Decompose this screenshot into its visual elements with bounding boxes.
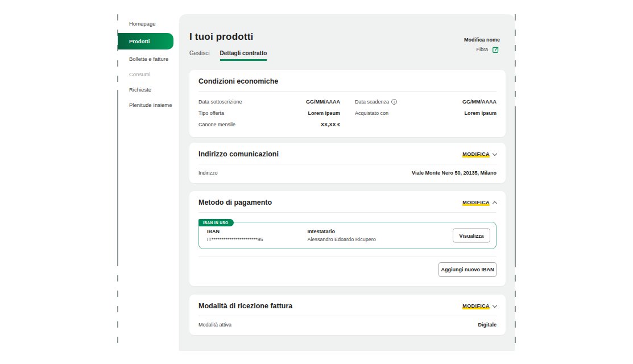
iban-card: IBAN IN USO IBAN IT*********************… <box>198 222 497 249</box>
field-label: Acquistato con <box>355 110 464 116</box>
field-value: GG/MM/AAAA <box>306 99 340 105</box>
card-title: Condizioni economiche <box>198 77 278 85</box>
info-icon[interactable]: i <box>391 99 397 105</box>
chevron-down-icon <box>493 303 497 308</box>
field-value: Viale Monte Nero 50, 20135, Milano <box>412 170 497 176</box>
field-label: Data scadenza <box>355 99 389 105</box>
product-name: Fibra <box>476 47 488 52</box>
modifica-billing-link[interactable]: MODIFICA <box>462 303 497 309</box>
table-row: Modalità attiva Digitale <box>189 316 506 335</box>
visualizza-button[interactable]: Visualizza <box>453 229 490 243</box>
modifica-address-link[interactable]: MODIFICA <box>462 151 497 158</box>
sidebar-item-prodotti[interactable]: Prodotti <box>118 33 173 49</box>
modifica-label: MODIFICA <box>462 151 490 158</box>
main-panel: I tuoi prodotti Modifica nome Fibra Gest… <box>179 14 515 351</box>
card-condizioni-economiche: Condizioni economiche Data sottoscrizion… <box>189 70 506 137</box>
field-label: Tipo offerta <box>198 110 308 116</box>
sidebar-item-consumi[interactable]: Consumi <box>118 67 179 82</box>
table-row: Indirizzo Viale Monte Nero 50, 20135, Mi… <box>189 164 506 183</box>
card-title: Modalità di ricezione fattura <box>198 302 292 310</box>
modifica-label: MODIFICA <box>462 200 490 206</box>
add-iban-button[interactable]: Aggiungi nuovo IBAN <box>438 262 497 277</box>
tab-bar: Gestisci Dettagli contratto <box>189 50 506 61</box>
field-value: GG/MM/AAAA <box>462 99 497 105</box>
chevron-down-icon <box>493 151 497 156</box>
field-value: XX,XX € <box>321 122 340 127</box>
table-row: Tipo offerta Lorem Ipsum Acquistato con … <box>198 107 497 119</box>
left-scroll-thumb[interactable] <box>117 90 118 264</box>
tab-dettagli-contratto[interactable]: Dettagli contratto <box>220 50 267 61</box>
sidebar-item-richieste[interactable]: Richieste <box>118 82 179 97</box>
page: Homepage Prodotti Bollette e fatture Con… <box>0 0 633 364</box>
field-value: Lorem Ipsum <box>308 110 340 116</box>
rename-product-block: Modifica nome Fibra <box>464 37 500 53</box>
sidebar: Homepage Prodotti Bollette e fatture Con… <box>118 16 179 113</box>
right-scroll-thumb[interactable] <box>515 108 516 267</box>
table-row: Data sottoscrizione GG/MM/AAAA Data scad… <box>198 96 497 107</box>
page-title: I tuoi prodotti <box>189 31 506 43</box>
divider <box>198 257 497 257</box>
field-label: Indirizzo <box>198 170 218 176</box>
iban-label: IBAN <box>207 229 263 234</box>
holder-label: Intestatario <box>308 229 376 234</box>
card-title: Metodo di pagamento <box>198 198 272 206</box>
edit-icon[interactable] <box>491 45 500 53</box>
card-metodo-di-pagamento: Metodo di pagamento MODIFICA IBAN IN USO… <box>189 191 506 286</box>
iban-value: IT***********************95 <box>207 237 263 242</box>
field-label: Data sottoscrizione <box>198 99 306 105</box>
field-label: Modalità attiva <box>198 322 231 328</box>
holder-value: Alessandro Edoardo Ricupero <box>308 237 376 242</box>
field-value: Digitale <box>478 322 497 328</box>
sidebar-item-plenitude-insieme[interactable]: Plenitude Insieme <box>118 97 179 113</box>
modifica-label: MODIFICA <box>462 303 490 309</box>
modifica-payment-link[interactable]: MODIFICA <box>462 200 497 206</box>
chevron-up-icon <box>493 201 497 205</box>
rename-label: Modifica nome <box>464 37 500 43</box>
card-indirizzo-comunicazioni: Indirizzo comunicazioni MODIFICA Indiriz… <box>189 143 506 183</box>
tab-gestisci[interactable]: Gestisci <box>189 50 210 61</box>
card-modalita-ricezione-fattura: Modalità di ricezione fattura MODIFICA M… <box>189 295 506 335</box>
field-label: Canone mensile <box>198 122 321 127</box>
sidebar-item-homepage[interactable]: Homepage <box>118 16 179 31</box>
table-row: Canone mensile XX,XX € <box>198 119 497 130</box>
field-value: Lorem Ipsum <box>464 110 497 116</box>
card-title: Indirizzo comunicazioni <box>198 150 279 158</box>
sidebar-item-bollette[interactable]: Bollette e fatture <box>118 51 179 67</box>
iban-in-use-badge: IBAN IN USO <box>198 219 234 226</box>
